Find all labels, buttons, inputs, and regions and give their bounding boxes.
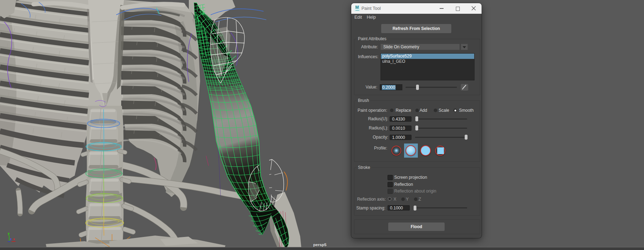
svg-text:x: x [13, 237, 15, 241]
svg-text:y: y [8, 231, 10, 235]
svg-text:persp5: persp5 [313, 243, 327, 247]
svg-text:z: z [10, 237, 12, 241]
